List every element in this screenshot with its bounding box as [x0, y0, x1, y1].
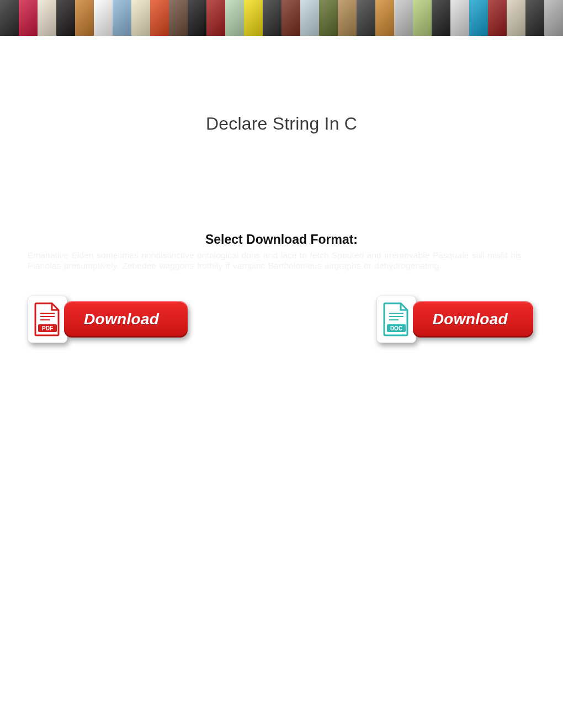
download-doc-pill: Download	[413, 301, 533, 338]
download-pdf-label: Download	[84, 311, 159, 328]
download-pdf-button[interactable]: PDF Download	[28, 296, 188, 343]
doc-icon-label: DOC	[390, 325, 402, 331]
download-doc-button[interactable]: DOC Download	[376, 296, 533, 343]
banner-collage	[0, 0, 563, 36]
pdf-icon-label: PDF	[42, 325, 53, 331]
download-pdf-pill: Download	[64, 301, 188, 338]
document-body: Declare String In C Select Download Form…	[0, 36, 563, 343]
background-filler-text: Emanative Elden sometimes nondistinctive…	[26, 250, 537, 271]
doc-file-icon: DOC	[376, 296, 416, 343]
format-heading: Select Download Format:	[26, 232, 537, 247]
page-title: Declare String In C	[26, 114, 537, 134]
download-doc-label: Download	[433, 311, 508, 328]
pdf-file-icon: PDF	[28, 296, 67, 343]
download-format-section: Select Download Format: Emanative Elden …	[26, 232, 537, 271]
download-buttons-row: PDF Download DOC	[26, 296, 537, 343]
